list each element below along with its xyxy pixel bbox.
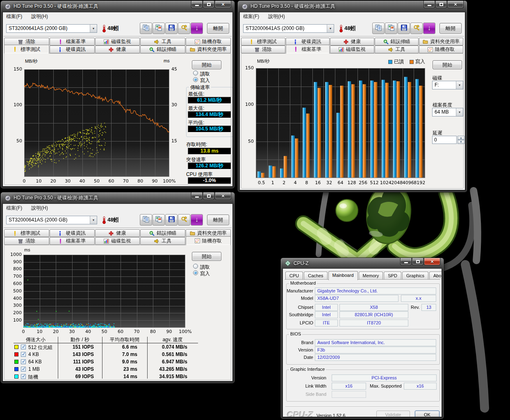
menu-help[interactable]: 說明(H) (31, 13, 48, 20)
tab-random-access[interactable]: 隨機存取 (186, 38, 231, 46)
read-radio[interactable] (193, 264, 198, 269)
tab-disk-monitor[interactable]: 磁碟監視 (95, 237, 140, 245)
maximize-button[interactable] (203, 192, 214, 200)
tab-mainboard[interactable]: Mainboard (328, 271, 358, 280)
tab-disk-monitor[interactable]: 磁碟監視 (95, 38, 140, 46)
tab-tools[interactable]: 工具 (375, 46, 419, 53)
series-checkbox[interactable] (21, 367, 26, 372)
tab-benchmark[interactable]: 標準測試 (4, 45, 49, 54)
tab-memory[interactable]: Memory (359, 272, 383, 279)
minimize-button[interactable] (423, 1, 435, 8)
read-radio[interactable] (193, 71, 198, 75)
save-button[interactable] (165, 214, 178, 226)
tab-spd[interactable]: SPD (384, 272, 401, 279)
tab-disk-info[interactable]: 硬碟資訊 (50, 229, 95, 237)
copy-image-button[interactable] (385, 23, 397, 34)
tab-folder-usage[interactable]: 資料夾使用率 (186, 46, 231, 53)
options-button[interactable] (178, 23, 190, 34)
options-button[interactable] (178, 214, 190, 226)
hdtune-benchmark-window: HD Tune Pro 3.50 - 硬碟檢測-維護工具 × 檔案(F) 說明(… (0, 0, 235, 189)
column-header: agv. 速度 (147, 336, 198, 343)
tab-tools[interactable]: 工具 (140, 38, 185, 46)
delay-spinner[interactable]: ▲ ▼ (458, 136, 464, 144)
file-length-select[interactable]: 64 MB▼ (432, 108, 463, 116)
series-checkbox[interactable] (21, 374, 26, 379)
tab-about[interactable]: About (429, 272, 442, 279)
tab-benchmark[interactable]: 標準測試 (4, 229, 49, 237)
tab-file-benchmark[interactable]: 檔案基準 (286, 45, 330, 54)
tab-error-scan[interactable]: 錯誤掃瞄 (140, 229, 185, 237)
tab-random-access[interactable]: 隨機存取 (186, 236, 231, 245)
series-checkbox[interactable] (21, 359, 26, 364)
validate-button[interactable]: Validate (376, 411, 410, 417)
delay-input[interactable]: 0 (432, 136, 457, 144)
tab-tools[interactable]: 工具 (140, 237, 185, 245)
save-button[interactable] (165, 23, 178, 34)
menu-help[interactable]: 說明(H) (31, 205, 48, 212)
maximize-button[interactable] (203, 1, 214, 8)
tab-graphics[interactable]: Graphics (402, 272, 428, 279)
title-bar[interactable]: HD Tune Pro 3.50 - 硬碟檢測-維護工具 × (1, 192, 235, 203)
copy-text-button[interactable] (140, 214, 152, 226)
tab-disk-info[interactable]: 硬碟資訊 (50, 46, 95, 53)
tab-health[interactable]: 健康 (95, 46, 140, 53)
maximize-button[interactable] (435, 1, 447, 8)
menu-file[interactable]: 檔案(F) (6, 205, 22, 212)
copy-text-button[interactable] (140, 23, 152, 34)
minimize-button[interactable] (191, 192, 203, 200)
spinner-down-icon[interactable]: ▼ (458, 140, 464, 144)
tab-erase[interactable]: 清除 (4, 237, 49, 245)
drive-select[interactable]: ST32000641AS (2000 GB)▼ (6, 24, 97, 33)
tab-health[interactable]: 健康 (330, 38, 374, 46)
menu-file[interactable]: 檔案(F) (6, 13, 22, 20)
close-button[interactable]: × (215, 1, 231, 8)
tab-error-scan[interactable]: 錯誤掃瞄 (140, 46, 185, 53)
tab-error-scan[interactable]: 錯誤掃瞄 (375, 38, 419, 46)
menu-file[interactable]: 檔案(F) (243, 13, 259, 20)
download-button[interactable]: ↓ (191, 214, 203, 226)
close-button[interactable]: × (424, 258, 440, 265)
title-bar[interactable]: HD Tune Pro 3.50 - 硬碟檢測-維護工具 × (238, 1, 467, 12)
spinner-up-icon[interactable]: ▲ (458, 136, 464, 140)
menu-help[interactable]: 說明(H) (268, 13, 285, 20)
copy-text-button[interactable] (372, 23, 385, 34)
tab-benchmark[interactable]: 標準測試 (241, 38, 285, 46)
exit-button[interactable]: 離開 (439, 23, 462, 34)
download-button[interactable]: ↓ (191, 23, 203, 34)
download-button[interactable]: ↓ (423, 23, 435, 34)
start-button[interactable]: 開始 (192, 252, 221, 261)
close-button[interactable]: × (447, 1, 464, 8)
title-bar[interactable]: HD Tune Pro 3.50 - 硬碟檢測-維護工具 × (1, 1, 235, 12)
tab-random-access[interactable]: 隨機存取 (419, 46, 463, 53)
maximize-button[interactable] (412, 258, 423, 265)
disk-select[interactable]: F:▼ (432, 81, 463, 89)
series-checkbox[interactable] (21, 352, 26, 357)
minimize-button[interactable] (400, 258, 412, 265)
title-bar[interactable]: CPU-Z × (281, 258, 444, 268)
cpuz-version-text: Version 1.52.6 (316, 413, 345, 417)
tab-caches[interactable]: Caches (304, 272, 327, 279)
tab-disk-monitor[interactable]: 磁碟監視 (330, 46, 374, 53)
exit-button[interactable]: 離開 (207, 23, 229, 34)
tab-file-benchmark[interactable]: 檔案基準 (50, 237, 95, 245)
drive-select[interactable]: ST32000641AS (2000 GB)▼ (243, 24, 334, 33)
exit-button[interactable]: 離開 (207, 215, 229, 225)
tab-file-benchmark[interactable]: 檔案基準 (50, 38, 95, 46)
start-button[interactable]: 開始 (192, 60, 221, 69)
write-radio[interactable] (193, 270, 198, 275)
tab-cpu[interactable]: CPU (285, 272, 303, 279)
write-radio[interactable] (193, 77, 198, 82)
save-button[interactable] (398, 23, 410, 34)
tab-health[interactable]: 健康 (95, 229, 140, 237)
drive-select[interactable]: ST32000641AS (2000 GB)▼ (6, 216, 97, 224)
start-button[interactable]: 開始 (433, 60, 462, 69)
tab-folder-usage[interactable]: 資料夾使用率 (419, 38, 463, 46)
minimize-button[interactable] (191, 1, 203, 8)
copy-image-button[interactable] (153, 23, 165, 34)
close-button[interactable]: × (215, 192, 231, 200)
copy-image-button[interactable] (153, 214, 165, 226)
ok-button[interactable]: OK (415, 411, 439, 417)
options-button[interactable] (410, 23, 423, 34)
tab-erase[interactable]: 清除 (241, 46, 285, 53)
series-checkbox[interactable] (21, 345, 26, 349)
